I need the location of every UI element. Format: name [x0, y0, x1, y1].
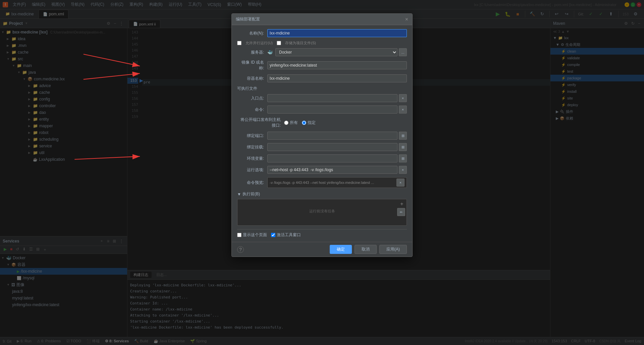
form-row-cmd-preview: 命令预览: -v /logs:/logs -p 443:443 --net ho…: [237, 177, 407, 188]
show-page-text: 显示这个页面: [243, 232, 267, 238]
name-input[interactable]: [267, 29, 407, 37]
save-to-file-label: 存储为项目文件(S): [285, 41, 316, 46]
before-exec-content: + 运行前没有任务 ✏: [237, 199, 407, 226]
activate-window-text: 激活工具窗口: [277, 232, 301, 238]
bind-mount-btn[interactable]: ⊞: [399, 143, 407, 151]
form-row-env: 环境变量: ⊞: [237, 154, 407, 162]
form-row-ports: 将公开端口发布到主机接口: 所有 指定: [237, 117, 407, 128]
deploy-config-modal: 编辑部署配置 × 名称(N): 允许并行运行(U) 存储为项目文件(S) 服务器…: [231, 13, 413, 257]
activate-window-checkbox-label[interactable]: 激活工具窗口: [271, 232, 301, 238]
env-label: 环境变量:: [237, 156, 267, 161]
bind-port-label: 绑定端口:: [237, 133, 267, 139]
form-row-checkboxes: 允许并行运行(U) 存储为项目文件(S): [237, 41, 407, 46]
radio-specific[interactable]: [302, 121, 306, 125]
collapse-before-icon[interactable]: ▼: [237, 192, 241, 197]
server-label: 服务器:: [237, 50, 267, 55]
modal-title-bar: 编辑部署配置 ×: [232, 14, 412, 25]
show-page-checkbox-label[interactable]: 显示这个页面: [237, 232, 267, 238]
before-exec-header: ▼ 执行前(B): [237, 191, 407, 197]
bind-port-input[interactable]: [267, 132, 397, 140]
help-button[interactable]: ?: [237, 246, 244, 253]
entry-input[interactable]: [267, 94, 397, 102]
bind-port-btn[interactable]: ⊞: [399, 132, 407, 140]
ok-button[interactable]: 确定: [330, 245, 352, 254]
container-label: 容器名称:: [237, 76, 267, 81]
image-label: 镜像 ID 或名称:: [237, 60, 267, 71]
form-row-bind-port: 绑定端口: ⊞: [237, 132, 407, 140]
radio-specific-text: 指定: [308, 120, 316, 126]
form-row-container: 容器名称:: [237, 74, 407, 82]
form-row-server: 服务器: 🐳 Docker ...: [237, 48, 407, 56]
run-opts-label: 运行选项:: [237, 167, 267, 173]
container-input[interactable]: [267, 74, 407, 82]
allow-parallel-checkbox[interactable]: [237, 41, 241, 45]
modal-overlay: 编辑部署配置 × 名称(N): 允许并行运行(U) 存储为项目文件(S) 服务器…: [0, 0, 644, 345]
before-exec-empty: 运行前没有任务: [240, 202, 404, 214]
cancel-button[interactable]: 取消: [355, 245, 377, 254]
show-page-checkbox[interactable]: [237, 233, 241, 237]
entry-label: 入口点:: [237, 95, 267, 101]
exec-edit-btn[interactable]: ✏: [397, 208, 405, 216]
name-label: 名称(N):: [237, 30, 267, 36]
radio-all-label[interactable]: 所有: [284, 120, 298, 126]
save-to-file-checkbox[interactable]: [277, 41, 281, 45]
cmd-preview-label: 命令预览:: [237, 180, 267, 186]
exec-section-header: 可执行文件: [237, 86, 407, 91]
form-row-image: 镜像 ID 或名称:: [237, 60, 407, 71]
activate-window-checkbox[interactable]: [271, 233, 275, 237]
modal-title-text: 编辑部署配置: [236, 16, 260, 22]
exec-edit-buttons: ✏: [397, 208, 405, 216]
modal-footer-area: ? 确定 取消 应用(A): [232, 242, 412, 257]
command-input[interactable]: [267, 106, 397, 114]
before-exec-add-button[interactable]: +: [398, 201, 405, 207]
radio-specific-label[interactable]: 指定: [302, 120, 316, 126]
command-clear-button[interactable]: ×: [399, 106, 407, 114]
ports-label: 将公开端口发布到主机接口:: [237, 117, 284, 128]
form-row-command: 命令: ×: [237, 106, 407, 114]
server-config-button[interactable]: ...: [399, 48, 407, 56]
exec-label: 可执行文件: [237, 86, 257, 91]
apply-button[interactable]: 应用(A): [379, 245, 407, 254]
allow-parallel-label: 允许并行运行(U): [246, 41, 273, 46]
radio-all-text: 所有: [290, 120, 298, 126]
cmd-preview-value: -v /logs:/logs -p 443:443 --net host yin…: [267, 177, 407, 188]
form-row-bind-mount: 绑定挂载: ⊞: [237, 143, 407, 151]
server-select[interactable]: Docker: [275, 48, 397, 56]
modal-body: 名称(N): 允许并行运行(U) 存储为项目文件(S) 服务器: 🐳 Doc: [232, 25, 412, 242]
before-exec-label: 执行前(B): [243, 191, 260, 197]
bind-mount-input[interactable]: [267, 143, 397, 151]
run-opts-btn[interactable]: ×: [399, 166, 407, 174]
env-input[interactable]: [267, 154, 397, 162]
cmd-preview-btn[interactable]: ×: [396, 179, 405, 187]
run-opts-input[interactable]: [267, 166, 397, 174]
footer-checkboxes: 显示这个页面 激活工具窗口: [237, 229, 407, 238]
form-row-run-opts: 运行选项: ×: [237, 166, 407, 174]
radio-all[interactable]: [284, 121, 288, 125]
env-btn[interactable]: ⊞: [399, 154, 407, 162]
image-input[interactable]: [267, 61, 407, 69]
form-row-entry: 入口点: ×: [237, 94, 407, 102]
entry-clear-button[interactable]: ×: [399, 94, 407, 102]
modal-close-button[interactable]: ×: [405, 17, 408, 22]
command-label: 命令:: [237, 107, 267, 113]
bind-mount-label: 绑定挂载:: [237, 144, 267, 150]
form-row-name: 名称(N):: [237, 29, 407, 37]
modal-buttons: 确定 取消 应用(A): [330, 245, 407, 254]
docker-server-icon: 🐳: [267, 50, 273, 55]
before-exec-section: ▼ 执行前(B) + 运行前没有任务 ✏: [237, 191, 407, 226]
